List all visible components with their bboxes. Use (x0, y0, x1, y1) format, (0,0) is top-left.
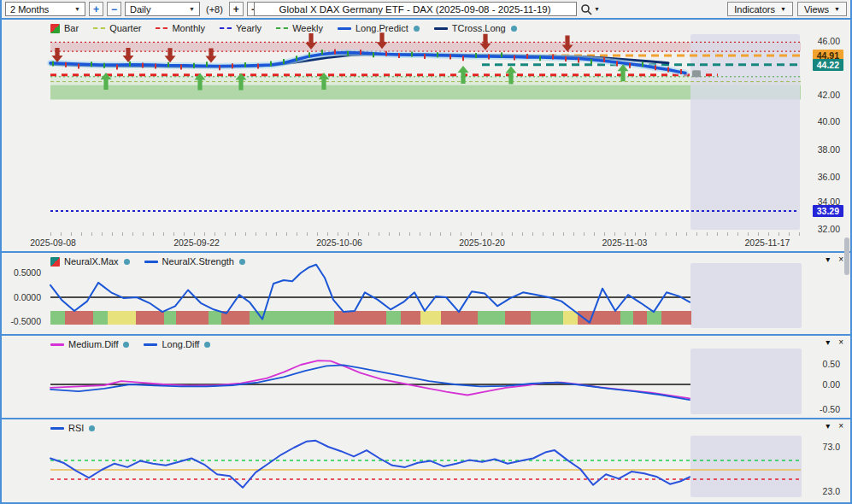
dashed-line-icon (276, 27, 288, 29)
legend-item[interactable]: Monthly (156, 23, 205, 33)
rsi-panel: RSI 73.023.0 ▾ × (2, 418, 850, 502)
legend-item-label: Quarter (109, 23, 141, 33)
series-line-icon (50, 343, 64, 346)
legend-item-label: NeuralX.Max (64, 256, 119, 267)
dashed-line-icon (220, 27, 232, 29)
chart-application: 2 Months ▼ + − Daily ▼ (+8) + − ▾ Indica… (0, 0, 852, 504)
bar-series-icon (50, 24, 60, 33)
views-button-label: Views (804, 4, 829, 15)
close-panel-icon[interactable]: × (838, 337, 843, 347)
series-line-icon (144, 343, 157, 346)
add-bars-button[interactable]: + (229, 2, 244, 16)
close-panel-icon[interactable]: × (838, 421, 843, 431)
search-icon[interactable] (579, 3, 591, 15)
legend-item[interactable]: TCross.Long (434, 23, 517, 33)
rsi-legend: RSI (50, 423, 95, 433)
legend-item[interactable]: NeuralX.Strength (144, 256, 245, 267)
views-button[interactable]: Views ▼ (797, 2, 847, 16)
diff-panel: Medium.DiffLong.Diff 0.500.00-0.50 ▾ × (2, 334, 850, 418)
legend-item[interactable]: Weekly (276, 23, 323, 33)
price-chart-canvas[interactable] (2, 20, 850, 251)
legend-item-label: Yearly (236, 23, 261, 33)
dashed-line-icon (93, 27, 105, 29)
price-chart-panel: BarQuarterMonthlyYearlyWeeklyLong.Predic… (2, 20, 850, 251)
interval-select[interactable]: Daily ▼ (125, 2, 200, 16)
info-dot-icon[interactable] (239, 259, 245, 265)
legend-item[interactable]: Yearly (220, 23, 261, 33)
legend-item-label: Medium.Diff (68, 339, 118, 349)
info-dot-icon[interactable] (124, 259, 130, 265)
info-dot-icon[interactable] (123, 342, 129, 348)
legend-item-label: RSI (68, 423, 84, 433)
chevron-down-icon: ▼ (74, 6, 80, 12)
legend-item[interactable]: RSI (50, 423, 95, 433)
range-select[interactable]: 2 Months ▼ (5, 2, 85, 16)
neuralx-legend: NeuralX.MaxNeuralX.Strength (50, 256, 245, 267)
price-chart-legend: BarQuarterMonthlyYearlyWeeklyLong.Predic… (50, 23, 517, 33)
collapse-panel-icon[interactable]: ▾ (826, 255, 830, 264)
legend-item[interactable]: Long.Predict (338, 23, 420, 33)
info-dot-icon[interactable] (204, 342, 210, 348)
indicators-button[interactable]: Indicators ▼ (727, 2, 793, 16)
info-dot-icon[interactable] (414, 26, 420, 32)
date-axis-ticks (50, 232, 801, 236)
legend-item-label: Bar (64, 23, 79, 33)
interval-select-value: Daily (130, 4, 150, 15)
range-decrease-button[interactable]: − (107, 2, 121, 16)
rsi-chart-canvas[interactable] (2, 419, 850, 502)
series-line-icon (144, 261, 158, 263)
legend-item-label: Long.Predict (355, 23, 408, 33)
range-increase-button[interactable]: + (89, 2, 103, 16)
chevron-down-icon: ▼ (189, 6, 195, 12)
legend-item[interactable]: Long.Diff (144, 339, 210, 349)
close-panel-icon[interactable]: × (838, 255, 843, 264)
toolbar-right: Indicators ▼ Views ▼ (727, 2, 847, 16)
symbol-search: ▾ (253, 2, 598, 16)
legend-item[interactable]: Bar (50, 23, 79, 33)
diff-panel-controls: ▾ × (826, 337, 843, 347)
legend-item-label: NeuralX.Strength (162, 256, 234, 267)
chevron-down-icon: ▼ (834, 6, 840, 12)
legend-item[interactable]: Medium.Diff (50, 339, 129, 349)
search-dropdown-icon[interactable]: ▾ (595, 5, 598, 13)
rsi-panel-controls: ▾ × (826, 421, 843, 431)
info-dot-icon[interactable] (89, 425, 95, 431)
scrollbar-thumb[interactable] (844, 237, 849, 275)
dashed-line-icon (156, 27, 167, 29)
legend-item-label: Long.Diff (162, 339, 199, 349)
indicators-button-label: Indicators (734, 4, 775, 15)
diff-legend: Medium.DiffLong.Diff (50, 339, 210, 349)
toolbar: 2 Months ▼ + − Daily ▼ (+8) + − ▾ Indica… (2, 0, 850, 20)
legend-item-label: TCross.Long (452, 23, 506, 33)
series-line-icon (434, 27, 448, 30)
neuralx-panel: NeuralX.MaxNeuralX.Strength 0.50000.0000… (2, 251, 850, 334)
range-select-value: 2 Months (10, 4, 49, 15)
collapse-panel-icon[interactable]: ▾ (826, 337, 830, 347)
info-dot-icon[interactable] (511, 26, 517, 32)
collapse-panel-icon[interactable]: ▾ (826, 421, 830, 431)
neuralx-panel-controls: ▾ × (826, 255, 843, 264)
series-line-icon (50, 427, 64, 430)
legend-item[interactable]: Quarter (93, 23, 141, 33)
legend-item-label: Weekly (292, 23, 323, 33)
bar-series-icon (50, 257, 60, 267)
symbol-title-input[interactable] (253, 2, 576, 16)
chevron-down-icon: ▼ (780, 6, 786, 12)
extra-bars-label: (+8) (206, 4, 223, 15)
series-line-icon (338, 27, 351, 30)
legend-item-label: Monthly (172, 23, 205, 33)
legend-item[interactable]: NeuralX.Max (50, 256, 130, 267)
